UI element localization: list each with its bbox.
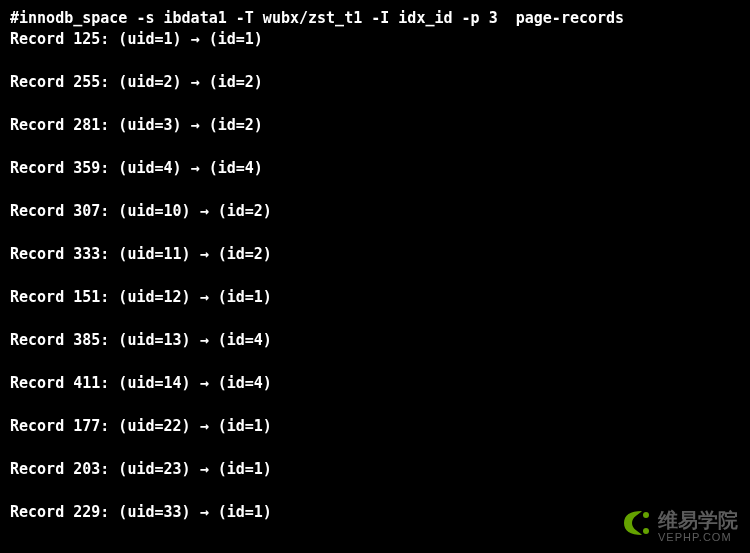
record-line: Record 333: (uid=11) → (id=2) bbox=[10, 244, 740, 265]
record-row: Record 385: (uid=13) → (id=4) bbox=[10, 330, 740, 351]
record-line: Record 385: (uid=13) → (id=4) bbox=[10, 330, 740, 351]
record-row: Record 307: (uid=10) → (id=2) bbox=[10, 201, 740, 222]
record-line: Record 307: (uid=10) → (id=2) bbox=[10, 201, 740, 222]
record-line: Record 411: (uid=14) → (id=4) bbox=[10, 373, 740, 394]
tool-args: -s ibdata1 -T wubx/zst_t1 -I idx_id -p 3… bbox=[136, 9, 624, 27]
svg-point-1 bbox=[643, 528, 649, 534]
record-row: Record 411: (uid=14) → (id=4) bbox=[10, 373, 740, 394]
record-line: Record 255: (uid=2) → (id=2) bbox=[10, 72, 740, 93]
watermark-url: VEPHP.COM bbox=[658, 532, 738, 543]
svg-point-0 bbox=[643, 512, 649, 518]
watermark: 维易学院 VEPHP.COM bbox=[620, 507, 738, 545]
logo-icon bbox=[620, 507, 652, 545]
record-line: Record 125: (uid=1) → (id=1) bbox=[10, 29, 740, 50]
records-output: Record 125: (uid=1) → (id=1)Record 255: … bbox=[10, 29, 740, 523]
tool-name: innodb_space bbox=[19, 9, 127, 27]
record-row: Record 281: (uid=3) → (id=2) bbox=[10, 115, 740, 136]
record-line: Record 359: (uid=4) → (id=4) bbox=[10, 158, 740, 179]
record-row: Record 203: (uid=23) → (id=1) bbox=[10, 459, 740, 480]
record-line: Record 281: (uid=3) → (id=2) bbox=[10, 115, 740, 136]
command-line: #innodb_space -s ibdata1 -T wubx/zst_t1 … bbox=[10, 8, 740, 29]
record-line: Record 151: (uid=12) → (id=1) bbox=[10, 287, 740, 308]
record-row: Record 333: (uid=11) → (id=2) bbox=[10, 244, 740, 265]
record-line: Record 203: (uid=23) → (id=1) bbox=[10, 459, 740, 480]
watermark-title: 维易学院 bbox=[658, 510, 738, 530]
record-row: Record 359: (uid=4) → (id=4) bbox=[10, 158, 740, 179]
record-row: Record 125: (uid=1) → (id=1) bbox=[10, 29, 740, 50]
record-row: Record 151: (uid=12) → (id=1) bbox=[10, 287, 740, 308]
record-line: Record 177: (uid=22) → (id=1) bbox=[10, 416, 740, 437]
record-row: Record 177: (uid=22) → (id=1) bbox=[10, 416, 740, 437]
prompt: # bbox=[10, 9, 19, 27]
record-row: Record 255: (uid=2) → (id=2) bbox=[10, 72, 740, 93]
